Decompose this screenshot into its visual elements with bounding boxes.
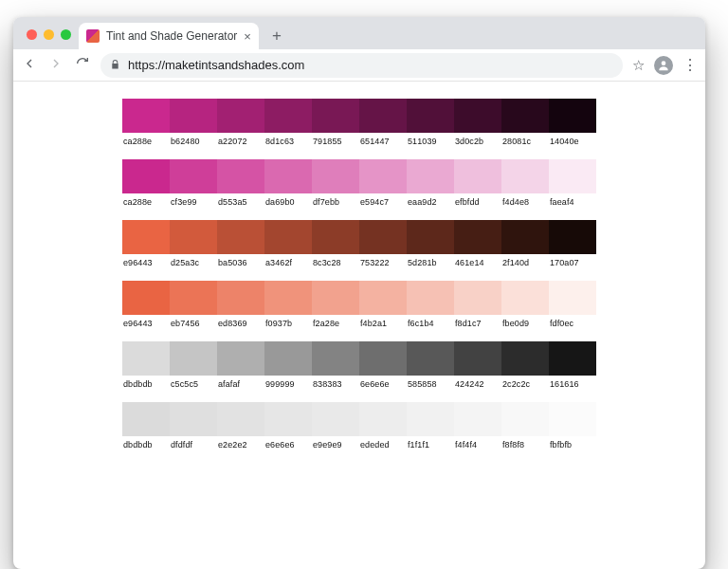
color-swatch[interactable] [407,341,454,376]
color-swatch[interactable] [217,99,264,133]
color-swatch[interactable] [549,220,596,254]
color-swatch[interactable] [122,341,170,376]
color-swatch[interactable] [264,402,312,436]
lock-icon [110,59,120,72]
bookmark-button[interactable]: ☆ [632,57,645,74]
hex-label: d25a3c [170,258,217,267]
color-swatch[interactable] [122,281,170,315]
color-swatch[interactable] [359,220,407,254]
color-swatch[interactable] [454,281,501,315]
color-swatch[interactable] [359,281,407,315]
color-swatch[interactable] [454,159,501,193]
color-swatch[interactable] [501,220,549,254]
hex-label: afafaf [217,379,264,389]
maximize-window-button[interactable] [61,29,71,40]
forward-button[interactable] [47,56,64,75]
color-swatch[interactable] [312,159,359,193]
hex-label: f2a28e [312,319,359,328]
color-swatch[interactable] [312,99,359,133]
label-strip: dbdbdbdfdfdfe2e2e2e6e6e6e9e9e9edededf1f1… [122,440,596,450]
back-button[interactable] [21,56,38,75]
reload-button[interactable] [74,56,91,75]
hex-label: f0937b [264,319,312,328]
color-swatch[interactable] [501,159,549,193]
hex-label: 14040e [549,137,596,146]
menu-button[interactable]: ⋮ [682,56,698,74]
browser-window: Tint and Shade Generator × + https://mak… [13,17,705,569]
color-swatch[interactable] [501,99,549,133]
color-swatch[interactable] [264,220,312,254]
color-swatch[interactable] [170,402,217,436]
color-swatch[interactable] [122,402,170,436]
color-swatch[interactable] [549,159,596,193]
color-swatch[interactable] [170,99,217,133]
hex-label: ed8369 [217,319,264,328]
hex-label: f4d4e8 [501,197,549,207]
color-swatch[interactable] [359,159,407,193]
color-swatch[interactable] [501,281,549,315]
color-swatch[interactable] [170,281,217,315]
color-swatch[interactable] [122,99,170,133]
browser-tab[interactable]: Tint and Shade Generator × [79,23,259,49]
hex-label: b62480 [170,137,217,146]
color-swatch[interactable] [264,341,312,376]
hex-label: cf3e99 [170,197,217,207]
label-strip: ca288ecf3e99d553a5da69b0df7ebbe594c7eaa9… [122,197,596,207]
color-swatch[interactable] [217,159,264,193]
color-swatch[interactable] [549,99,596,133]
color-swatch[interactable] [359,402,407,436]
label-strip: ca288eb62480a220728d1c637918556514475110… [122,137,596,146]
palette-row: dbdbdbdfdfdfe2e2e2e6e6e6e9e9e9edededf1f1… [122,402,596,450]
color-swatch[interactable] [454,220,501,254]
color-swatch[interactable] [170,220,217,254]
hex-label: dbdbdb [122,440,170,450]
color-swatch[interactable] [501,402,549,436]
swatch-strip [122,99,596,133]
new-tab-button[interactable]: + [264,24,289,48]
color-swatch[interactable] [407,99,454,133]
color-swatch[interactable] [264,99,312,133]
color-swatch[interactable] [454,402,501,436]
profile-button[interactable] [654,56,673,75]
color-swatch[interactable] [170,341,217,376]
color-swatch[interactable] [359,341,407,376]
hex-label: e6e6e6 [264,440,312,450]
color-swatch[interactable] [407,220,454,254]
hex-label: e2e2e2 [217,440,264,450]
minimize-window-button[interactable] [44,29,54,40]
hex-label: eaa9d2 [407,197,454,207]
color-swatch[interactable] [264,159,312,193]
label-strip: dbdbdbc5c5c5afafaf9999998383836e6e6e5858… [122,379,596,389]
color-swatch[interactable] [454,99,501,133]
close-tab-button[interactable]: × [244,30,251,43]
color-swatch[interactable] [407,402,454,436]
color-swatch[interactable] [359,99,407,133]
color-swatch[interactable] [217,341,264,376]
color-swatch[interactable] [170,159,217,193]
hex-label: f4f4f4 [454,440,501,450]
hex-label: 791855 [312,137,359,146]
hex-label: f6c1b4 [407,319,454,328]
color-swatch[interactable] [407,159,454,193]
color-swatch[interactable] [312,220,359,254]
color-swatch[interactable] [264,281,312,315]
color-swatch[interactable] [549,341,596,376]
color-swatch[interactable] [501,341,549,376]
color-swatch[interactable] [217,281,264,315]
color-swatch[interactable] [407,281,454,315]
close-window-button[interactable] [27,29,37,40]
address-bar[interactable]: https://maketintsandshades.com [100,53,623,78]
color-swatch[interactable] [122,220,170,254]
color-swatch[interactable] [312,281,359,315]
color-swatch[interactable] [312,402,359,436]
hex-label: 511039 [407,137,454,146]
color-swatch[interactable] [549,281,596,315]
color-swatch[interactable] [217,220,264,254]
color-swatch[interactable] [312,341,359,376]
color-swatch[interactable] [217,402,264,436]
color-swatch[interactable] [454,341,501,376]
color-swatch[interactable] [549,402,596,436]
swatch-strip [122,402,596,436]
color-swatch[interactable] [122,159,170,193]
palette-row: ca288ecf3e99d553a5da69b0df7ebbe594c7eaa9… [122,159,596,207]
